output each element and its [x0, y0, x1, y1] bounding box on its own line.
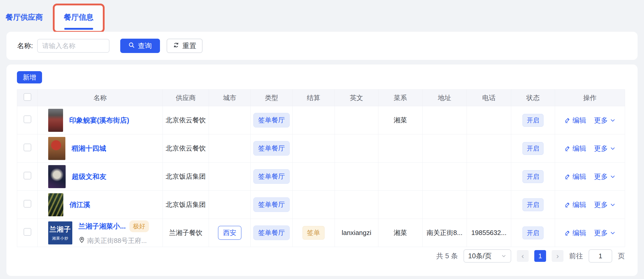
chevron-down-icon [501, 253, 507, 259]
english-cell [335, 191, 378, 219]
name-filter-label: 名称: [17, 41, 33, 50]
col-header-english: 英文 [335, 90, 378, 106]
address-note: 南关正街88号王府... [87, 236, 147, 245]
chevron-down-icon [610, 146, 616, 151]
table-header-row: 名称 供应商 城市 类型 结算 英文 菜系 地址 电话 状态 操作 [17, 90, 625, 106]
edit-button[interactable]: 编辑 [564, 200, 586, 209]
type-tag: 签单餐厅 [253, 169, 290, 184]
supplier-cell: 北京饭店集团 [163, 163, 209, 191]
restaurant-name-link[interactable]: 超级文和友 [72, 173, 106, 180]
goto-label: 前往 [569, 251, 583, 261]
col-header-phone: 电话 [467, 90, 511, 106]
supplier-cell: 北京依云餐饮 [163, 106, 209, 134]
english-cell [335, 106, 378, 134]
edit-button[interactable]: 编辑 [564, 228, 586, 238]
cuisine-cell [378, 191, 422, 219]
phone-cell [467, 163, 511, 191]
name-filter-input[interactable] [37, 39, 109, 53]
status-tag: 开启 [522, 114, 544, 127]
tab-bar: 餐厅供应商 餐厅信息 [6, 12, 94, 28]
phone-cell [467, 106, 511, 134]
pencil-icon [564, 117, 570, 123]
page-suffix-label: 页 [618, 251, 625, 261]
type-tag: 签单餐厅 [253, 197, 290, 212]
address-cell [422, 134, 467, 163]
english-cell [335, 134, 378, 163]
type-tag: 签单餐厅 [253, 113, 290, 127]
cuisine-cell: 湘菜 [378, 219, 422, 247]
english-cell: lanxiangzi [335, 219, 378, 247]
add-button[interactable]: 新增 [17, 71, 42, 83]
rating-badge: 极好 [129, 220, 149, 232]
cuisine-cell [378, 163, 422, 191]
select-all-checkbox[interactable] [24, 93, 31, 101]
col-header-type: 类型 [251, 90, 293, 106]
restaurant-name-link[interactable]: 俏江溪 [69, 201, 90, 209]
table-row: 兰湘子 湘菜小炒 兰湘子湘菜小... 极好 [17, 219, 625, 247]
row-checkbox[interactable] [24, 200, 31, 208]
restaurant-name-link[interactable]: 稻湘十四城 [72, 145, 106, 152]
prev-page-button[interactable]: ‹ [517, 250, 529, 262]
more-button[interactable]: 更多 [594, 116, 616, 125]
chevron-down-icon [610, 202, 616, 208]
city-cell [209, 134, 251, 163]
col-header-actions: 操作 [555, 90, 625, 106]
status-tag: 开启 [522, 198, 544, 211]
tab-restaurant-info[interactable]: 餐厅信息 [64, 12, 94, 28]
next-page-button[interactable]: › [552, 250, 564, 262]
goto-page-input[interactable] [589, 249, 612, 263]
edit-button[interactable]: 编辑 [564, 144, 586, 153]
row-checkbox[interactable] [24, 172, 31, 179]
location-pin-icon [78, 237, 85, 245]
tab-restaurant-supplier[interactable]: 餐厅供应商 [6, 12, 43, 28]
pagination-bar: 共 5 条 10条/页 ‹ 1 › 前往 页 [17, 249, 625, 263]
table-row: 印象鲵宴(溪布街店) 北京依云餐饮 签单餐厅 湘菜 开启 [17, 106, 625, 134]
settle-cell [293, 134, 335, 163]
chevron-down-icon [610, 117, 616, 123]
pencil-icon [564, 202, 570, 208]
status-tag: 开启 [522, 170, 544, 183]
col-header-name: 名称 [38, 90, 163, 106]
address-cell: 南关正街8... [422, 219, 467, 247]
settle-cell [293, 106, 335, 134]
table-row: 超级文和友 北京饭店集团 签单餐厅 开启 [17, 163, 625, 191]
type-tag: 签单餐厅 [253, 226, 290, 240]
status-tag: 开启 [522, 142, 544, 155]
search-icon [128, 42, 135, 50]
chevron-down-icon [610, 230, 616, 236]
settle-cell [293, 163, 335, 191]
more-button[interactable]: 更多 [594, 228, 616, 238]
address-cell [422, 163, 467, 191]
query-button[interactable]: 查询 [120, 39, 160, 53]
more-button[interactable]: 更多 [594, 200, 616, 209]
restaurant-name-link[interactable]: 印象鲵宴(溪布街店) [69, 116, 129, 124]
address-cell [422, 191, 467, 219]
restaurant-logo-thumbnail: 兰湘子 湘菜小炒 [48, 221, 72, 244]
col-header-supplier: 供应商 [163, 90, 209, 106]
more-button[interactable]: 更多 [594, 172, 616, 181]
row-checkbox[interactable] [24, 144, 31, 151]
city-cell [209, 163, 251, 191]
reset-button[interactable]: 重置 [167, 39, 203, 53]
english-cell [335, 163, 378, 191]
restaurant-table: 名称 供应商 城市 类型 结算 英文 菜系 地址 电话 状态 操作 [17, 89, 625, 247]
col-header-city: 城市 [209, 90, 251, 106]
pencil-icon [564, 174, 570, 180]
phone-cell: 19855632... [467, 219, 511, 247]
edit-button[interactable]: 编辑 [564, 116, 586, 125]
more-button[interactable]: 更多 [594, 144, 616, 153]
table-row: 俏江溪 北京饭店集团 签单餐厅 开启 [17, 191, 625, 219]
page-size-select[interactable]: 10条/页 [464, 249, 511, 263]
cuisine-cell [378, 134, 422, 163]
col-header-cuisine: 菜系 [378, 90, 422, 106]
table-panel: 新增 名称 供应商 城市 类型 结算 英文 菜系 地址 [6, 65, 638, 276]
current-page-button[interactable]: 1 [534, 250, 546, 262]
phone-cell [467, 191, 511, 219]
edit-button[interactable]: 编辑 [564, 172, 586, 181]
restaurant-thumbnail [48, 137, 65, 160]
status-tag: 开启 [522, 227, 544, 239]
total-count: 共 5 条 [436, 251, 458, 261]
row-checkbox[interactable] [24, 115, 31, 123]
restaurant-name-link[interactable]: 兰湘子湘菜小... [78, 222, 126, 231]
row-checkbox[interactable] [24, 228, 31, 236]
